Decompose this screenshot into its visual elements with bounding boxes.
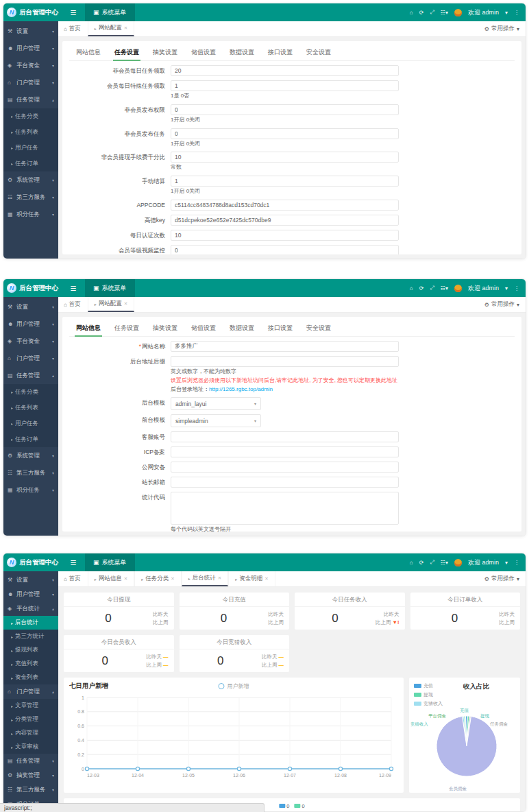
field-input[interactable] (171, 80, 399, 91)
app-logo[interactable]: N 后台管理中心 (3, 283, 62, 293)
breadcrumb-home[interactable]: ⌂ 首页 (64, 575, 88, 583)
settings-tab[interactable]: 网站信息 (69, 320, 108, 336)
more-icon[interactable]: ⋮ (514, 10, 519, 16)
fullscreen-icon[interactable]: ⤢ (430, 9, 434, 16)
sidebar-item-users[interactable]: ☻用户管理▾ (3, 587, 58, 601)
welcome-user[interactable]: 欢迎 admin (468, 284, 499, 293)
sidebar-subitem[interactable]: ▸任务分类 (3, 108, 58, 124)
sidebar-item-platform-funds[interactable]: ◈平台资金▾ (3, 57, 58, 74)
sidebar-item-system[interactable]: ⚙系统管理▾ (3, 447, 58, 464)
sidebar-item-third-party[interactable]: ☷第三方服务▾ (3, 189, 58, 206)
sidebar-item-users[interactable]: ☻用户管理▾ (3, 40, 58, 57)
sidebar-subitem[interactable]: ▸用户任务 (3, 416, 58, 431)
sidebar-subitem[interactable]: ▸任务订单 (3, 431, 58, 447)
field-input[interactable] (171, 215, 399, 226)
field-input[interactable] (171, 245, 399, 254)
field-input[interactable] (171, 356, 399, 367)
close-icon[interactable]: ✕ (124, 301, 127, 307)
close-icon[interactable]: ✕ (218, 575, 221, 581)
sidebar-item-settings[interactable]: ⚒设置▾ (3, 298, 58, 315)
field-textarea[interactable] (171, 492, 399, 525)
quick-ops-button[interactable]: ⚙ 常用操作 ▾ (478, 575, 526, 583)
field-input[interactable] (171, 176, 399, 187)
field-input[interactable] (171, 446, 399, 457)
welcome-user[interactable]: 欢迎 admin (468, 558, 499, 567)
settings-tab[interactable]: 安全设置 (299, 320, 338, 336)
sidebar-subitem[interactable]: ▸充值列表 (3, 657, 58, 671)
sidebar-item-portal[interactable]: ⌂门户管理▴ (3, 684, 58, 699)
sidebar-subitem[interactable]: ▸资金列表 (3, 671, 58, 684)
sidebar-subitem[interactable]: ▸任务分类 (3, 384, 58, 400)
sidebar-item-tasks[interactable]: ▤任务管理▾ (3, 754, 58, 768)
settings-tab[interactable]: 抽奖设置 (146, 320, 184, 336)
settings-tab[interactable]: 接口设置 (261, 320, 299, 336)
field-input[interactable] (171, 431, 399, 442)
settings-tab[interactable]: 储值设置 (184, 44, 223, 60)
sidebar-subitem[interactable]: ▸任务订单 (3, 156, 58, 171)
breadcrumb-home[interactable]: ⌂ 首页 (64, 25, 88, 33)
sidebar-subitem[interactable]: ▸第三方统计 (3, 630, 58, 643)
sidebar-subitem[interactable]: ▸分类管理 (3, 713, 58, 726)
fullscreen-icon[interactable]: ⤢ (430, 285, 434, 291)
layout-menu[interactable]: ☷▾ (441, 559, 448, 566)
field-input[interactable] (171, 341, 399, 352)
breadcrumb-tab[interactable]: ▸资金明细✕ (228, 571, 275, 586)
field-input[interactable] (171, 200, 399, 211)
home-icon[interactable]: ⌂ (410, 285, 413, 291)
sidebar-subitem[interactable]: ▸任务列表 (3, 124, 58, 140)
field-input[interactable] (171, 230, 399, 241)
settings-tab[interactable]: 接口设置 (261, 44, 299, 60)
admin-url-link[interactable]: http://1265.rgbc.top/admin (209, 386, 273, 392)
home-icon[interactable]: ⌂ (410, 10, 413, 16)
hamburger-icon[interactable]: ☰ (62, 559, 85, 566)
settings-tab[interactable]: 储值设置 (184, 320, 223, 336)
field-input[interactable] (171, 462, 399, 473)
breadcrumb-tab[interactable]: ▸后台统计✕ (182, 571, 228, 586)
settings-tab[interactable]: 任务设置 (108, 320, 146, 336)
sidebar-item-platform-funds[interactable]: ◈平台资金▾ (3, 333, 58, 350)
sidebar-item-third-party[interactable]: ☷第三方服务▾ (3, 783, 58, 797)
breadcrumb-tab[interactable]: ▸网站信息✕ (88, 571, 134, 586)
sidebar-item-third-party[interactable]: ☷第三方服务▾ (3, 464, 58, 481)
field-input[interactable] (171, 152, 399, 163)
nav-tab-system-menu[interactable]: ▣ 系统菜单 (85, 279, 135, 297)
breadcrumb-tab[interactable]: ▸任务分类✕ (134, 571, 181, 586)
sidebar-item-system[interactable]: ⚙系统管理▾ (3, 171, 58, 189)
breadcrumb-tab[interactable]: ▸网站配置✕ (88, 21, 134, 36)
close-icon[interactable]: ✕ (264, 576, 268, 582)
sidebar-subitem[interactable]: ▸用户任务 (3, 140, 58, 156)
field-input[interactable] (171, 65, 399, 76)
more-icon[interactable]: ⋮ (514, 560, 519, 566)
home-icon[interactable]: ⌂ (410, 560, 413, 566)
close-icon[interactable]: ✕ (171, 576, 174, 582)
sidebar-item-settings[interactable]: ⚒设置▾ (3, 573, 58, 587)
more-icon[interactable]: ⋮ (514, 285, 519, 291)
welcome-user[interactable]: 欢迎 admin (468, 8, 499, 17)
refresh-icon[interactable]: ⟳ (419, 560, 424, 566)
layout-menu[interactable]: ☷▾ (441, 9, 448, 16)
field-select[interactable]: admin_layui▾ (171, 397, 261, 410)
sidebar-item-lottery[interactable]: ⚙抽奖管理▾ (3, 768, 58, 783)
sidebar-item-tasks[interactable]: ▤任务管理▴ (3, 367, 58, 384)
sidebar-item-points-task[interactable]: ▦积分任务▾ (3, 206, 58, 223)
sidebar-item-portal[interactable]: ⌂门户管理▾ (3, 74, 58, 91)
sidebar-subitem[interactable]: ▸提现列表 (3, 643, 58, 657)
quick-ops-button[interactable]: ⚙ 常用操作 ▾ (478, 25, 526, 33)
nav-tab-system-menu[interactable]: ▣ 系统菜单 (85, 553, 135, 571)
breadcrumb-tab[interactable]: ▸网站配置✕ (88, 297, 134, 312)
sidebar-item-users[interactable]: ☻用户管理▾ (3, 315, 58, 333)
sidebar-item-platform-stats[interactable]: ◈平台统计▴ (3, 601, 58, 616)
sidebar-subitem[interactable]: ▸后台统计 (3, 616, 58, 630)
field-input[interactable] (171, 128, 399, 139)
settings-tab[interactable]: 抽奖设置 (146, 44, 184, 60)
app-logo[interactable]: N 后台管理中心 (3, 558, 62, 567)
field-input[interactable] (171, 477, 399, 488)
field-select[interactable]: simpleadmin▾ (171, 414, 261, 427)
sidebar-subitem[interactable]: ▸文章管理 (3, 699, 58, 713)
refresh-icon[interactable]: ⟳ (419, 10, 424, 16)
layout-menu[interactable]: ☷▾ (441, 285, 448, 291)
close-icon[interactable]: ✕ (124, 25, 127, 31)
settings-tab[interactable]: 网站信息 (69, 44, 108, 60)
app-logo[interactable]: N 后台管理中心 (3, 8, 62, 17)
sidebar-item-tasks[interactable]: ▤任务管理▴ (3, 91, 58, 108)
